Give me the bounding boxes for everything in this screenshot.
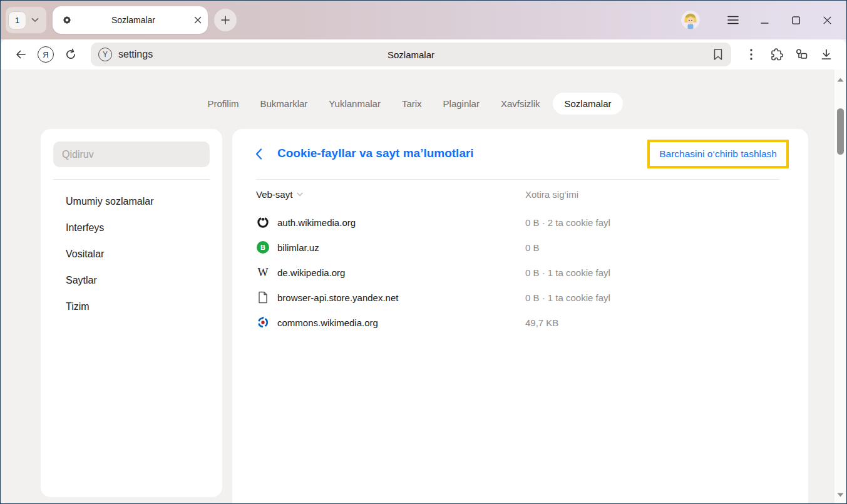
scroll-up-icon[interactable] [834, 72, 846, 87]
table-row[interactable]: B B [232, 235, 808, 260]
site-storage-size: 0 B · 2 ta cookie fayl [525, 217, 808, 228]
more-menu-icon[interactable] [740, 43, 762, 66]
settings-nav-tab[interactable]: Tarix [394, 93, 430, 115]
settings-nav-tab[interactable]: Profilim [199, 93, 247, 115]
titlebar: 1 Sozlamalar [1, 1, 846, 39]
site-name: bilimlar.uz [277, 242, 525, 253]
tab-close-icon[interactable] [194, 16, 202, 24]
page-favicon: Y [98, 48, 112, 61]
toolbar: Я Y settings Sozlamalar [1, 39, 846, 69]
sort-chevron-icon [297, 192, 303, 197]
scrollbar-thumb[interactable] [837, 108, 844, 155]
site-name: auth.wikimedia.org [277, 217, 525, 228]
site-storage-size: 49,7 KB [525, 317, 808, 328]
refresh-icon[interactable] [59, 43, 82, 66]
tab-count: 1 [9, 12, 26, 29]
settings-search-input[interactable] [53, 141, 210, 167]
page-title: Cookie-fayllar va sayt ma’lumotlari [277, 147, 474, 160]
address-bar[interactable]: Y settings Sozlamalar [91, 43, 731, 66]
back-icon[interactable] [9, 43, 32, 66]
back-chevron-icon[interactable] [255, 148, 267, 162]
table-row[interactable]: commons.wikimedia.org 49,7 KB [232, 310, 808, 335]
sort-by-site[interactable]: Veb-sayt [256, 189, 525, 200]
scroll-down-icon[interactable] [834, 487, 846, 502]
header-divider [256, 179, 779, 180]
browser-tab[interactable]: Sozlamalar [53, 6, 208, 34]
scrollbar[interactable] [834, 69, 846, 503]
sidebar-item[interactable]: Umumiy sozlamalar [66, 188, 222, 215]
site-storage-size: 0 B · 1 ta cookie fayl [525, 292, 808, 303]
column-size-header: Xotira sig‘imi [525, 189, 808, 200]
cookies-panel: Cookie-fayllar va sayt ma’lumotlari Barc… [232, 129, 808, 503]
address-url: settings [118, 49, 153, 60]
site-letter-icon: B [257, 241, 269, 254]
address-page-title: Sozlamalar [388, 49, 434, 60]
table-row[interactable]: W W [232, 260, 808, 285]
commons-icon [257, 316, 269, 329]
yandex-home-icon[interactable]: Я [34, 43, 57, 66]
site-storage-size: 0 B · 1 ta cookie fayl [525, 267, 808, 278]
settings-nav-tab[interactable]: Yuklanmalar [321, 93, 389, 115]
gear-icon [61, 14, 73, 26]
chevron-down-icon [31, 18, 39, 23]
settings-nav-tab[interactable]: Bukmarklar [252, 93, 316, 115]
sidebar-item[interactable]: Vositalar [66, 241, 222, 267]
settings-page: Profilim Bukmarklar Yuklanmalar Tarix Pl… [1, 69, 846, 503]
sidebar-item[interactable]: Saytlar [66, 267, 222, 294]
profile-avatar[interactable] [681, 11, 700, 29]
password-manager-icon[interactable] [790, 43, 813, 66]
site-name: de.wikipedia.org [277, 267, 525, 278]
extensions-icon[interactable] [765, 43, 788, 66]
tab-counter-dropdown[interactable]: 1 [6, 7, 46, 33]
wikipedia-icon: W [258, 267, 269, 278]
new-tab-button[interactable] [214, 9, 237, 31]
settings-nav-tab[interactable]: Xavfsizlik [493, 93, 548, 115]
site-name: browser-api.store.yandex.net [277, 292, 525, 303]
site-name: commons.wikimedia.org [277, 317, 525, 328]
table-header: Veb-sayt Xotira sig‘imi [232, 185, 808, 203]
sidebar-section-list: Umumiy sozlamalar Interfeys Vositalar Sa… [41, 180, 222, 320]
panel-header: Cookie-fayllar va sayt ma’lumotlari Barc… [232, 129, 808, 179]
document-icon [258, 291, 268, 304]
browser-window: 1 Sozlamalar [0, 0, 847, 504]
tab-title: Sozlamalar [78, 15, 189, 25]
maximize-button[interactable] [780, 8, 811, 33]
minimize-button[interactable] [749, 8, 780, 33]
menu-icon[interactable] [717, 8, 749, 33]
settings-nav-tab[interactable]: Plaginlar [435, 93, 488, 115]
downloads-icon[interactable] [815, 43, 838, 66]
site-storage-size: 0 B [525, 242, 808, 253]
table-row[interactable]: auth.wikimedia.org 0 B · 2 ta cookie fay… [232, 210, 808, 235]
clear-all-button[interactable]: Barchasini o‘chirib tashlash [659, 148, 777, 160]
sidebar-item[interactable]: Tizim [66, 294, 222, 320]
settings-nav-tab[interactable]: Sozlamalar [553, 93, 622, 115]
bookmark-icon[interactable] [712, 48, 724, 61]
highlight-box: Barchasini o‘chirib tashlash [647, 140, 789, 168]
table-row[interactable]: browser-api.store.yandex.net 0 B · 1 ta … [232, 285, 808, 310]
close-button[interactable] [811, 8, 843, 33]
settings-nav-tabs: Profilim Bukmarklar Yuklanmalar Tarix Pl… [1, 93, 821, 115]
sidebar-item[interactable]: Interfeys [66, 215, 222, 241]
site-table: auth.wikimedia.org 0 B · 2 ta cookie fay… [232, 210, 808, 335]
wikimedia-icon [257, 216, 269, 229]
settings-sidebar: Umumiy sozlamalar Interfeys Vositalar Sa… [41, 129, 222, 497]
